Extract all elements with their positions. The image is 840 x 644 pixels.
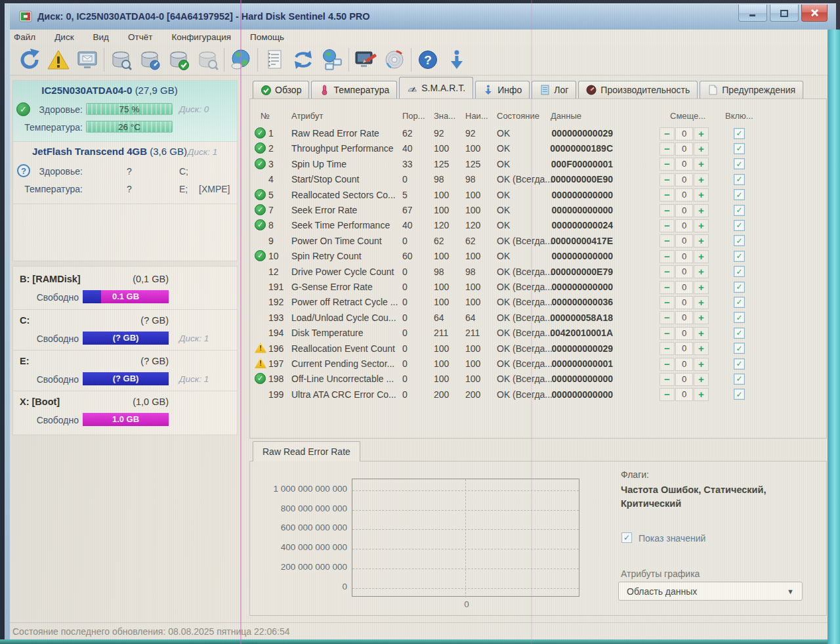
enabled-checkbox[interactable]: ✓	[734, 128, 745, 139]
offset-increase-button[interactable]: +	[694, 173, 709, 186]
offset-value[interactable]: 0	[675, 250, 693, 263]
report-doc-toolbar-button[interactable]	[260, 46, 289, 74]
chart-tab[interactable]: Raw Read Error Rate	[253, 441, 360, 462]
enabled-checkbox[interactable]: ✓	[734, 389, 745, 400]
offset-increase-button[interactable]: +	[694, 311, 709, 324]
offset-increase-button[interactable]: +	[694, 158, 709, 171]
tab-info[interactable]: Инфо	[475, 81, 530, 98]
offset-decrease-button[interactable]: −	[660, 173, 675, 186]
table-row-attr-199[interactable]: 199Ultra ATA CRC Error Co...0200200OK (В…	[250, 387, 826, 402]
offset-increase-button[interactable]: +	[694, 327, 709, 340]
enabled-checkbox[interactable]: ✓	[734, 374, 745, 385]
offset-increase-button[interactable]: +	[694, 265, 709, 278]
show-values-checkbox[interactable]: ✓	[621, 532, 632, 543]
table-row-attr-198[interactable]: ✓198Off-Line Uncorrectable ...0100100OK …	[250, 372, 826, 387]
column-header-6[interactable]: Данные	[551, 111, 581, 121]
menu-item-report[interactable]: Отчёт	[128, 32, 152, 42]
offset-value[interactable]: 0	[675, 127, 693, 140]
tab-alerts[interactable]: Предупреждения	[700, 81, 803, 98]
table-row-attr-8[interactable]: ✓8Seek Time Performance40120120OK0000000…	[250, 218, 826, 233]
offset-decrease-button[interactable]: −	[660, 142, 675, 156]
disk-item-1[interactable]: JetFlash Transcend 4GB (3,6 GB) Диск: 1 …	[13, 142, 237, 204]
offset-decrease-button[interactable]: −	[660, 158, 675, 171]
offset-increase-button[interactable]: +	[694, 142, 709, 156]
offset-decrease-button[interactable]: −	[660, 127, 675, 140]
offset-value[interactable]: 0	[675, 373, 693, 386]
sync-toolbar-button[interactable]	[289, 46, 318, 74]
offset-increase-button[interactable]: +	[694, 388, 709, 401]
table-row-attr-3[interactable]: ✓3Spin Up Time33125125OK000F00000001−0+✓	[250, 157, 826, 172]
table-row-attr-10[interactable]: ✓10Spin Retry Count60100100OK00000000000…	[250, 249, 826, 264]
menu-item-file[interactable]: Файл	[14, 32, 35, 42]
refresh-toolbar-button[interactable]	[15, 46, 44, 74]
enabled-checkbox[interactable]: ✓	[734, 143, 745, 154]
offset-value[interactable]: 0	[675, 265, 693, 278]
column-header-1[interactable]: Атрибут	[291, 111, 323, 121]
offset-increase-button[interactable]: +	[694, 296, 709, 309]
table-row-attr-193[interactable]: 193Load/Unload Cycle Cou...06464OK (Всег…	[250, 311, 826, 326]
table-row-attr-191[interactable]: 191G-Sense Error Rate0100100OK (Всегда..…	[250, 280, 826, 295]
table-row-attr-9[interactable]: 9Power On Time Count06262OK (Всегда...00…	[250, 234, 826, 249]
hint-toolbar-button[interactable]	[442, 46, 471, 74]
enabled-checkbox[interactable]: ✓	[734, 343, 745, 354]
offset-decrease-button[interactable]: −	[660, 250, 675, 263]
cd-burn-toolbar-button[interactable]	[380, 46, 409, 74]
column-header-8[interactable]: Вклю...	[725, 111, 753, 121]
offset-decrease-button[interactable]: −	[660, 204, 675, 217]
column-header-4[interactable]: Наи...	[465, 111, 488, 121]
offset-decrease-button[interactable]: −	[660, 188, 675, 202]
volume-item-e[interactable]: E:(? GB)Свободно(? GB)Диск: 1	[13, 350, 237, 391]
warnings-toolbar-button[interactable]	[44, 46, 73, 74]
offset-value[interactable]: 0	[675, 358, 693, 371]
offset-value[interactable]: 0	[675, 388, 693, 401]
offset-value[interactable]: 0	[675, 234, 693, 247]
enabled-checkbox[interactable]: ✓	[734, 189, 745, 200]
enabled-checkbox[interactable]: ✓	[734, 235, 745, 246]
offset-increase-button[interactable]: +	[694, 204, 709, 217]
desktop-edit-toolbar-button[interactable]	[351, 46, 380, 74]
table-row-attr-4[interactable]: 4Start/Stop Count09898OK (Всегда...00000…	[250, 172, 826, 187]
disk-item-0[interactable]: IC25N030ATDA04-0 (27,9 GB) ✓ Здоровье: 7…	[13, 81, 237, 142]
offset-value[interactable]: 0	[675, 173, 693, 186]
disk-search-toolbar-button[interactable]	[106, 46, 135, 74]
enabled-checkbox[interactable]: ✓	[734, 282, 745, 293]
offset-decrease-button[interactable]: −	[660, 234, 675, 247]
offset-increase-button[interactable]: +	[694, 373, 709, 386]
offset-increase-button[interactable]: +	[694, 281, 709, 294]
tab-temperature[interactable]: Температура	[311, 81, 397, 98]
enabled-checkbox[interactable]: ✓	[734, 220, 745, 231]
menu-item-configuration[interactable]: Конфигурация	[171, 32, 231, 42]
offset-value[interactable]: 0	[675, 296, 693, 309]
disk-test-toolbar-button[interactable]	[135, 46, 164, 74]
maximize-button[interactable]	[770, 5, 799, 22]
table-row-attr-12[interactable]: 12Drive Power Cycle Count09898OK (Всегда…	[250, 265, 826, 280]
tab-performance[interactable]: Производительность	[578, 81, 698, 98]
offset-value[interactable]: 0	[675, 204, 693, 217]
offset-decrease-button[interactable]: −	[660, 373, 675, 386]
offset-value[interactable]: 0	[675, 311, 693, 324]
column-header-2[interactable]: Пор...	[402, 111, 425, 121]
offset-increase-button[interactable]: +	[694, 127, 709, 140]
enabled-checkbox[interactable]: ✓	[734, 312, 745, 323]
enabled-checkbox[interactable]: ✓	[734, 328, 745, 339]
menu-item-help[interactable]: Помощь	[250, 32, 284, 42]
table-row-attr-1[interactable]: ✓1Raw Read Error Rate629292OK00000000002…	[250, 126, 826, 141]
enabled-checkbox[interactable]: ✓	[734, 174, 745, 185]
offset-decrease-button[interactable]: −	[660, 281, 675, 294]
volume-item-x[interactable]: X: [Boot](1,0 GB)Свободно1.0 GB	[13, 391, 237, 431]
tab-smart[interactable]: S.M.A.R.T.	[399, 77, 473, 98]
volume-item-b[interactable]: B: [RAMDisk](0,1 GB)Свободно0.1 GB	[13, 268, 237, 309]
enabled-checkbox[interactable]: ✓	[734, 266, 745, 277]
report-monitor-toolbar-button[interactable]	[73, 46, 102, 74]
offset-value[interactable]: 0	[675, 281, 693, 294]
offset-decrease-button[interactable]: −	[660, 358, 675, 371]
offset-increase-button[interactable]: +	[694, 250, 709, 263]
table-row-attr-194[interactable]: 194Disk Temperature0211211OK (Всегда...0…	[250, 326, 826, 341]
offset-value[interactable]: 0	[675, 342, 693, 355]
column-header-7[interactable]: Смеще...	[670, 111, 705, 121]
offset-decrease-button[interactable]: −	[660, 296, 675, 309]
menu-item-disk[interactable]: Диск	[54, 32, 74, 42]
enabled-checkbox[interactable]: ✓	[734, 358, 745, 370]
offset-increase-button[interactable]: +	[694, 219, 709, 232]
disk-find-toolbar-button[interactable]	[193, 46, 222, 74]
